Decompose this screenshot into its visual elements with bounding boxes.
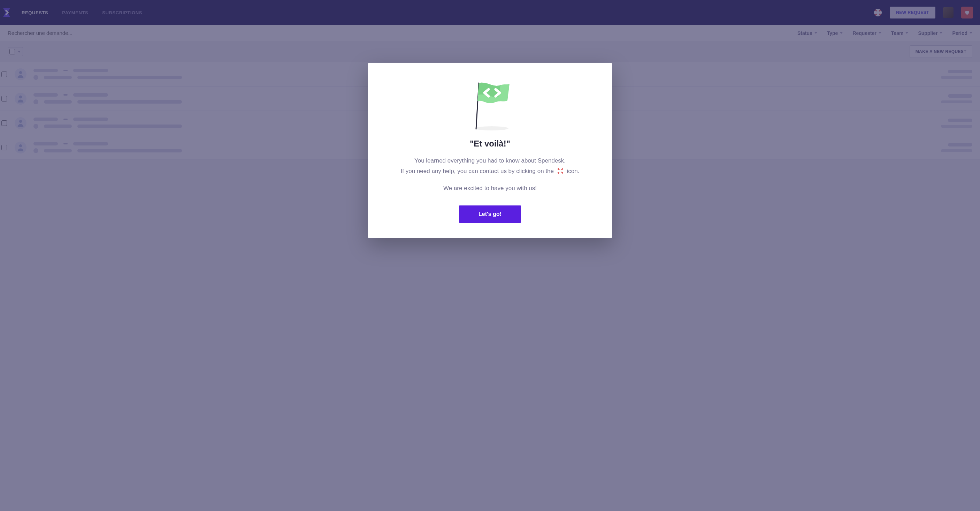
onboarding-complete-modal: "Et voilà!" You learned everything you h… bbox=[368, 63, 612, 238]
modal-line-3: We are excited to have you with us! bbox=[388, 184, 592, 193]
life-ring-icon bbox=[557, 168, 564, 174]
lets-go-button[interactable]: Let's go! bbox=[459, 206, 521, 223]
modal-line-2b: icon. bbox=[567, 168, 579, 174]
modal-title: "Et voilà!" bbox=[388, 139, 592, 149]
svg-point-4 bbox=[475, 126, 509, 131]
flag-illustration bbox=[466, 78, 514, 131]
modal-line-2a: If you need any help, you can contact us… bbox=[401, 168, 555, 174]
modal-overlay[interactable]: "Et voilà!" You learned everything you h… bbox=[0, 0, 980, 511]
modal-line-1: You learned everything you had to know a… bbox=[388, 156, 592, 165]
modal-line-2: If you need any help, you can contact us… bbox=[388, 167, 592, 176]
